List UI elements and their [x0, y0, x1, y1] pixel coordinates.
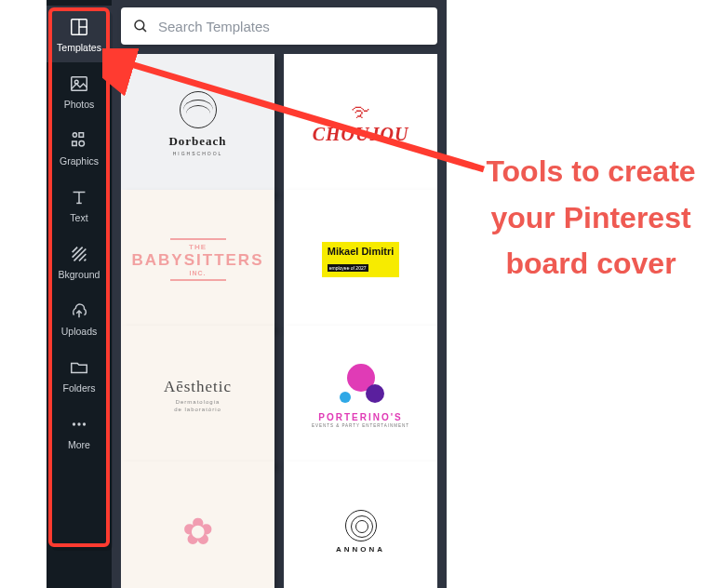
sidebar-item-label: Templates [57, 42, 101, 53]
template-card[interactable]: Dorbeach HIGHSCHOOL [121, 54, 274, 194]
template-subtitle: INC. [190, 270, 207, 276]
templates-icon [69, 17, 89, 37]
svg-rect-3 [72, 77, 87, 91]
spiral-icon [345, 510, 377, 541]
template-subtitle: Dermatologia de laboratório [174, 398, 221, 414]
template-card[interactable]: Mikael Dimitri employee of 2027 [284, 190, 437, 329]
search-bar[interactable] [121, 7, 437, 45]
sidebar-item-graphics[interactable]: Graphics [47, 119, 112, 176]
graphics-icon [69, 130, 89, 151]
svg-line-13 [85, 260, 87, 261]
dots-icon [328, 364, 394, 408]
svg-point-17 [83, 422, 86, 425]
template-card[interactable]: ✿ [121, 461, 274, 588]
template-card[interactable]: PORTERINO'S EVENTS & PARTY ENTERTAINMENT [284, 326, 437, 465]
svg-line-9 [73, 247, 78, 253]
template-card[interactable]: Aēsthetic Dermatologia de laboratório [121, 326, 274, 465]
sidebar-item-photos[interactable]: Photos [47, 62, 112, 119]
svg-line-19 [142, 28, 146, 32]
search-input[interactable] [158, 19, 426, 34]
flower-icon: ✿ [182, 510, 214, 553]
folders-icon [69, 357, 89, 378]
template-card[interactable]: THE BABYSITTERS INC. [121, 190, 274, 329]
template-topword: THE [189, 243, 207, 251]
sidebar-item-label: Folders [62, 382, 95, 394]
annotation-text: Tools to create your Pinterest board cov… [479, 149, 702, 287]
search-icon [132, 18, 149, 34]
template-title: Dorbeach [168, 134, 226, 149]
template-card[interactable]: ANNONA [284, 461, 437, 588]
template-title: BABYSITTERS [132, 251, 264, 270]
sidebar-item-background[interactable]: Bkground [47, 233, 112, 289]
logo-icon [180, 91, 217, 128]
sidebar-item-label: Uploads [61, 326, 98, 337]
svg-point-5 [79, 140, 85, 146]
sidebar-item-templates[interactable]: Templates [47, 6, 112, 62]
svg-line-10 [73, 247, 83, 258]
svg-point-15 [73, 422, 75, 425]
template-title: Mikael Dimitri [328, 246, 395, 257]
template-card[interactable]: ࿐ CHOUJOU [284, 54, 437, 194]
sidebar-item-label: More [68, 439, 90, 450]
sidebar-item-label: Graphics [60, 155, 99, 167]
svg-point-16 [77, 422, 80, 425]
sidebar-item-uploads[interactable]: Uploads [47, 289, 112, 346]
template-subtitle: HIGHSCHOOL [173, 151, 223, 156]
sidebar-item-text[interactable]: Text [47, 176, 112, 233]
template-title: Aēsthetic [164, 378, 232, 396]
uploads-icon [69, 301, 89, 321]
svg-point-18 [135, 20, 144, 30]
sidebar-item-label: Text [70, 212, 87, 223]
sidebar-item-label: Photos [64, 99, 95, 110]
more-icon [69, 414, 89, 434]
templates-panel: Dorbeach HIGHSCHOOL ࿐ CHOUJOU THE BABYSI… [112, 0, 447, 588]
sidebar-item-more[interactable]: More [47, 403, 112, 460]
template-title: CHOUJOU [313, 124, 409, 145]
template-grid: Dorbeach HIGHSCHOOL ࿐ CHOUJOU THE BABYSI… [121, 54, 437, 588]
template-subtitle: employee of 2027 [328, 264, 368, 272]
editor-frame: Templates Photos Graphics [47, 0, 447, 588]
tools-sidebar: Templates Photos Graphics [47, 0, 112, 588]
sidebar-item-folders[interactable]: Folders [47, 346, 112, 403]
background-icon [69, 244, 89, 264]
template-title: PORTERINO'S [318, 412, 403, 422]
photos-icon [69, 74, 89, 94]
template-title: ANNONA [336, 545, 385, 554]
template-subtitle: EVENTS & PARTY ENTERTAINMENT [312, 423, 409, 428]
text-icon [69, 187, 89, 207]
sidebar-item-label: Bkground [59, 269, 100, 280]
